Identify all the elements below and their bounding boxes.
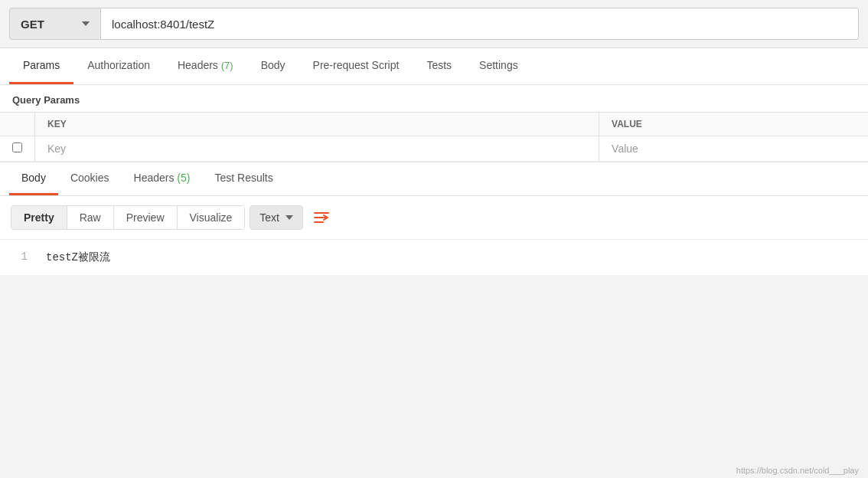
response-tab-test-results[interactable]: Test Results <box>202 162 285 195</box>
format-bar: Pretty Raw Preview Visualize Text <box>0 196 868 240</box>
code-line: 1 testZ被限流 <box>12 250 856 264</box>
chevron-down-icon <box>82 21 90 26</box>
response-tab-bar: Body Cookies Headers (5) Test Results <box>0 162 868 196</box>
url-bar: GET <box>0 0 868 48</box>
value-cell[interactable]: Value <box>599 136 868 162</box>
params-table: KEY VALUE Key Value <box>0 112 868 162</box>
format-pretty-button[interactable]: Pretty <box>11 206 67 229</box>
col-value-header: VALUE <box>599 113 868 136</box>
footer-text: https://blog.csdn.net/cold___play <box>736 466 859 475</box>
code-content: testZ被限流 <box>46 250 110 264</box>
method-select[interactable]: GET <box>9 8 101 40</box>
col-key-header: KEY <box>35 113 599 136</box>
tab-authorization[interactable]: Authorization <box>73 48 164 84</box>
tab-pre-request-script[interactable]: Pre-request Script <box>299 48 413 84</box>
type-chevron-down-icon <box>286 215 293 220</box>
type-select[interactable]: Text <box>250 205 303 230</box>
row-checkbox-cell[interactable] <box>0 136 35 162</box>
wrap-button[interactable] <box>308 204 335 231</box>
response-tab-cookies[interactable]: Cookies <box>58 162 122 195</box>
section-title-query-params: Query Params <box>0 85 868 112</box>
response-tab-body[interactable]: Body <box>9 162 58 195</box>
table-row: Key Value <box>0 136 868 162</box>
tab-body[interactable]: Body <box>247 48 299 84</box>
format-visualize-button[interactable]: Visualize <box>178 206 245 229</box>
type-label: Text <box>259 211 279 224</box>
format-button-group: Pretty Raw Preview Visualize <box>11 205 245 230</box>
response-tab-headers[interactable]: Headers (5) <box>122 162 203 195</box>
key-cell[interactable]: Key <box>35 136 599 162</box>
method-label: GET <box>21 18 44 31</box>
query-params-section: Query Params KEY VALUE Key Value <box>0 85 868 162</box>
col-checkbox-header <box>0 113 35 136</box>
code-area: 1 testZ被限流 <box>0 240 868 275</box>
format-preview-button[interactable]: Preview <box>114 206 178 229</box>
tab-tests[interactable]: Tests <box>413 48 465 84</box>
row-checkbox[interactable] <box>12 142 22 152</box>
format-raw-button[interactable]: Raw <box>67 206 114 229</box>
tab-headers[interactable]: Headers (7) <box>164 48 247 84</box>
url-input[interactable] <box>101 8 859 40</box>
headers-badge: (7) <box>221 60 233 71</box>
footer: https://blog.csdn.net/cold___play <box>727 463 868 478</box>
tab-params[interactable]: Params <box>9 48 73 84</box>
wrap-icon <box>313 209 330 226</box>
response-headers-badge: (5) <box>177 172 190 184</box>
request-tab-bar: Params Authorization Headers (7) Body Pr… <box>0 48 868 85</box>
tab-settings[interactable]: Settings <box>465 48 532 84</box>
line-number: 1 <box>12 250 28 263</box>
